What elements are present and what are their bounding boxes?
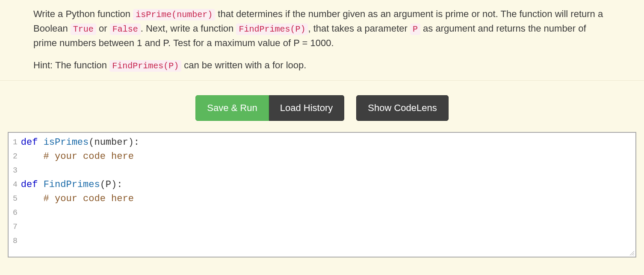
line-number: 8	[13, 234, 18, 248]
save-run-button[interactable]: Save & Run	[195, 95, 269, 121]
show-codelens-button[interactable]: Show CodeLens	[356, 95, 448, 121]
code-line[interactable]: def isPrimes(number):	[21, 135, 633, 149]
line-number: 7	[13, 220, 18, 234]
code-line[interactable]	[21, 220, 633, 234]
line-number: 4	[13, 178, 18, 192]
code-line[interactable]: def FindPrimes(P):	[21, 178, 633, 192]
code-line[interactable]	[21, 234, 633, 248]
inline-code: isPrime(number)	[133, 9, 215, 20]
inline-code: True	[71, 23, 96, 35]
line-number: 6	[13, 206, 18, 220]
code-line[interactable]	[21, 206, 633, 220]
resize-handle-icon[interactable]	[629, 250, 635, 256]
code-line[interactable]: # your code here	[21, 149, 633, 164]
code-line[interactable]	[21, 164, 633, 178]
line-number: 1	[13, 135, 18, 149]
line-number: 3	[13, 164, 18, 178]
code-line[interactable]: # your code here	[21, 192, 633, 206]
load-history-button[interactable]: Load History	[269, 95, 345, 121]
inline-code: FindPrimes(P)	[236, 23, 308, 35]
code-editor[interactable]: 12345678 def isPrimes(number): # your co…	[8, 132, 636, 257]
editor-toolbar: Save & Run Load History Show CodeLens	[0, 81, 644, 132]
line-number: 2	[13, 149, 18, 164]
inline-code: False	[110, 23, 141, 35]
instructions-paragraph-1: Write a Python function isPrime(number) …	[33, 7, 611, 50]
code-area[interactable]: def isPrimes(number): # your code herede…	[20, 133, 635, 257]
inline-code: P	[410, 23, 420, 35]
instructions-paragraph-2: Hint: The function FindPrimes(P) can be …	[33, 58, 611, 73]
line-number-gutter: 12345678	[9, 133, 20, 257]
inline-code: FindPrimes(P)	[109, 60, 181, 72]
line-number: 5	[13, 192, 18, 206]
instructions-panel: Write a Python function isPrime(number) …	[0, 0, 644, 81]
svg-line-2	[633, 255, 634, 255]
